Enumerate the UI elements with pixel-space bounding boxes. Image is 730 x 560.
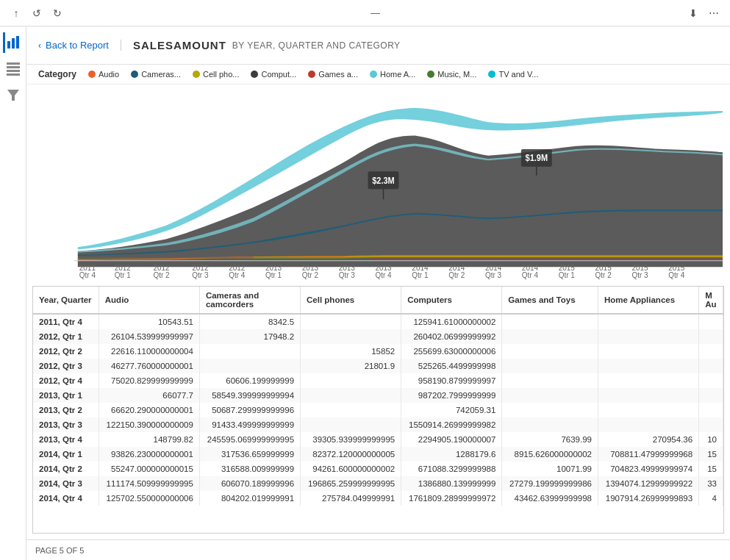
table-cell: 1394074.12999999922 [598,476,699,491]
table-cell: 66077.7 [99,388,199,403]
svg-text:Qtr 1: Qtr 1 [412,271,428,279]
col-music[interactable]: MAu [699,287,723,314]
legend-label-audio: Audio [99,70,119,79]
toolbar-icon-up[interactable]: ↑ [9,6,24,21]
sidebar-icon-table[interactable] [3,59,24,79]
svg-text:2013: 2013 [265,263,282,271]
table-area[interactable]: Year, Quarter Audio Cameras andcamcorder… [32,286,724,534]
table-cell [598,403,699,417]
legend-item-cameras[interactable]: Cameras... [131,70,181,79]
legend-item-audio[interactable]: Audio [88,70,119,79]
svg-rect-3 [7,62,20,65]
legend-label-home: Home A... [380,70,415,79]
chart-area-music [78,257,371,258]
sidebar-icon-chart[interactable] [3,32,24,53]
svg-text:Qtr 4: Qtr 4 [376,271,392,279]
sidebar-icon-filter[interactable] [3,85,24,106]
table-cell: 22616.110000000004 [99,344,199,359]
header-bar: ‹ Back to Report SALESAMOUNT BY YEAR, QU… [26,26,730,65]
back-button[interactable]: ‹ Back to Report [38,40,121,51]
table-cell: 2012, Qtr 1 [33,329,99,344]
svg-rect-0 [7,41,10,49]
table-cell: 10543.51 [99,314,199,329]
table-cell: 317536.659999999 [199,447,300,462]
table-cell [301,329,401,344]
table-cell: 245595.069999999995 [199,432,300,447]
col-year-quarter[interactable]: Year, Quarter [33,287,99,314]
col-games[interactable]: Games and Toys [502,287,598,314]
table-cell [699,314,723,329]
svg-text:Qtr 4: Qtr 4 [522,271,538,279]
table-cell [699,417,723,432]
table-cell [301,388,401,403]
legend-item-home[interactable]: Home A... [370,70,415,79]
svg-text:Qtr 1: Qtr 1 [265,271,282,279]
table-row: 2013, Qtr 266620.29000000000150687.29999… [33,403,723,417]
svg-text:Qtr 1: Qtr 1 [115,271,131,279]
table-cell: 1761809.28999999972 [401,491,502,506]
top-toolbar: ↑ ↺ ↻ — ⬇ ⋯ [0,0,730,26]
table-cell [699,329,723,344]
legend-item-cell[interactable]: Cell pho... [193,70,240,79]
table-cell: 2012, Qtr 4 [33,373,99,388]
svg-rect-4 [7,66,20,68]
table-cell [502,403,598,417]
chart-area-games [371,257,723,258]
svg-text:2015: 2015 [559,263,575,271]
table-cell [598,344,699,359]
x-label-1: 2011 [79,263,96,271]
legend-item-games[interactable]: Games a... [308,70,358,79]
legend-label-cameras: Cameras... [141,70,181,79]
report-subtitle: BY YEAR, QUARTER AND CATEGORY [232,40,401,51]
toolbar-icon-fwd[interactable]: ↻ [50,6,65,21]
legend-dot-cell [193,71,200,78]
table-cell: 260402.06999999992 [401,329,502,344]
table-cell: 17948.2 [199,329,300,344]
legend-label-computers: Comput... [261,70,296,79]
table-cell: 91433.499999999999 [199,417,300,432]
svg-text:Qtr 2: Qtr 2 [595,271,612,279]
table-cell: 125702.550000000006 [99,491,199,506]
table-cell: 33 [699,476,723,491]
svg-text:2013: 2013 [339,263,355,271]
table-cell [598,417,699,432]
content-area: ‹ Back to Report SALESAMOUNT BY YEAR, QU… [26,26,730,560]
svg-text:Qtr 2: Qtr 2 [153,271,169,279]
svg-text:2015: 2015 [595,263,612,271]
table-cell [598,314,699,329]
table-cell: 125941.61000000002 [401,314,502,329]
legend-bar: Category Audio Cameras... Cell pho... Co… [26,65,730,85]
callout-1.9m-label: $1.9M [526,154,548,162]
legend-item-tv[interactable]: TV and V... [488,70,538,79]
toolbar-icon-back[interactable]: ↺ [29,6,44,21]
svg-text:Qtr 3: Qtr 3 [485,271,501,279]
col-computers[interactable]: Computers [401,287,502,314]
table-row: 2013, Qtr 166077.758549.3999999999949872… [33,388,723,403]
table-cell: 55247.000000000015 [99,462,199,476]
page-info: PAGE 5 OF 5 [35,546,84,555]
table-cell [598,373,699,388]
table-cell: 708811.47999999968 [598,447,699,462]
report-measure: SALESAMOUNT [133,39,226,51]
table-cell: 58549.399999999994 [199,388,300,403]
col-cell[interactable]: Cell phones [301,287,401,314]
svg-text:2014: 2014 [522,263,538,271]
col-cameras[interactable]: Cameras andcamcorders [199,287,300,314]
legend-item-music[interactable]: Music, M... [427,70,476,79]
table-cell: 2014, Qtr 1 [33,447,99,462]
table-cell [699,359,723,373]
table-cell: 94261.600000000002 [301,462,401,476]
table-cell: 8342.5 [199,314,300,329]
more-icon[interactable]: ⋯ [706,6,721,21]
table-cell: 1907914.26999999893 [598,491,699,506]
download-icon[interactable]: ⬇ [686,6,701,21]
table-cell [699,344,723,359]
legend-label-cell: Cell pho... [203,70,240,79]
table-cell: 2294905.190000007 [401,432,502,447]
svg-text:2012: 2012 [115,263,131,271]
table-cell [301,314,401,329]
col-home[interactable]: Home Appliances [598,287,699,314]
legend-item-computers[interactable]: Comput... [251,70,296,79]
col-audio[interactable]: Audio [99,287,199,314]
svg-rect-5 [7,70,20,72]
